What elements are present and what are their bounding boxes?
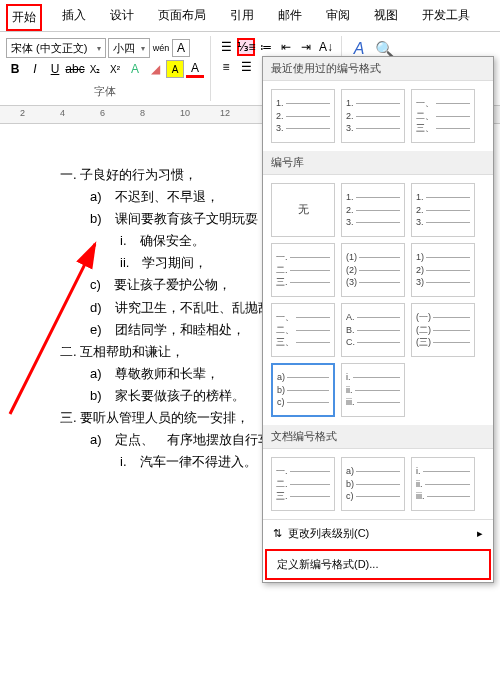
font-color-button[interactable]: A <box>186 60 204 78</box>
tab-review[interactable]: 审阅 <box>322 4 354 31</box>
italic-button[interactable]: I <box>26 60 44 78</box>
tab-dev[interactable]: 开发工具 <box>418 4 474 31</box>
ruler-mark: 10 <box>180 108 190 118</box>
highlight-button[interactable]: A <box>166 60 184 78</box>
ruler-mark: 8 <box>140 108 145 118</box>
numbering-option[interactable]: 无 <box>271 183 335 237</box>
recent-grid: 1.2.3.1.2.3.一、二、三、 <box>263 81 493 151</box>
ruler-mark: 4 <box>60 108 65 118</box>
numbering-option[interactable]: 一、二、三、 <box>411 89 475 143</box>
superscript-button[interactable]: X² <box>106 60 124 78</box>
numbering-option[interactable]: 一.二.三. <box>271 457 335 511</box>
tab-home[interactable]: 开始 <box>6 4 42 31</box>
numbering-option[interactable]: a)b)c) <box>341 457 405 511</box>
font-size-select[interactable]: 小四▾ <box>108 38 150 58</box>
text-effects-button[interactable]: A <box>126 60 144 78</box>
numbering-option[interactable]: 1)2)3) <box>411 243 475 297</box>
doc-formats-grid: 一.二.三.a)b)c)i.ii.iii. <box>263 449 493 519</box>
numbering-option[interactable]: i.ii.iii. <box>411 457 475 511</box>
multilevel-button[interactable]: ≔ <box>257 38 275 56</box>
numbering-option[interactable]: 1.2.3. <box>271 89 335 143</box>
ribbon-tabs: 开始 插入 设计 页面布局 引用 邮件 审阅 视图 开发工具 <box>0 0 500 32</box>
chevron-right-icon: ▸ <box>477 527 483 540</box>
phonetic-guide-button[interactable]: wén <box>152 39 170 57</box>
decrease-indent-button[interactable]: ⇤ <box>277 38 295 56</box>
numbering-option[interactable]: 1.2.3. <box>411 183 475 237</box>
numbering-option[interactable]: (一)(二)(三) <box>411 303 475 357</box>
numbering-option[interactable]: 1.2.3. <box>341 89 405 143</box>
change-level-label: 更改列表级别(C) <box>288 526 369 541</box>
dropdown-section-recent: 最近使用过的编号格式 <box>263 57 493 81</box>
tab-design[interactable]: 设计 <box>106 4 138 31</box>
dropdown-footer: ⇅ 更改列表级别(C) ▸ 定义新编号格式(D)... <box>263 519 493 580</box>
numbering-button[interactable]: ⅓≡ <box>237 38 255 56</box>
bullets-button[interactable]: ☰ <box>217 38 235 56</box>
tab-layout[interactable]: 页面布局 <box>154 4 210 31</box>
strikethrough-button[interactable]: abc <box>66 60 84 78</box>
hierarchy-icon: ⇅ <box>273 527 282 540</box>
align-left-button[interactable]: ≡ <box>217 58 235 76</box>
dropdown-section-library: 编号库 <box>263 151 493 175</box>
char-border-button[interactable]: A <box>172 39 190 57</box>
change-list-level[interactable]: ⇅ 更改列表级别(C) ▸ <box>263 520 493 547</box>
numbering-dropdown: 最近使用过的编号格式 1.2.3.1.2.3.一、二、三、 编号库 无1.2.3… <box>262 56 494 583</box>
tab-insert[interactable]: 插入 <box>58 4 90 31</box>
font-group: 宋体 (中文正文)▾ 小四▾ wén A B I U abc X₂ X² A ◢… <box>4 36 211 101</box>
subscript-button[interactable]: X₂ <box>86 60 104 78</box>
tab-view[interactable]: 视图 <box>370 4 402 31</box>
numbering-option[interactable]: a)b)c) <box>271 363 335 417</box>
library-grid: 无1.2.3.1.2.3.一.二.三.(1)(2)(3)1)2)3)一、二、三、… <box>263 175 493 425</box>
align-center-button[interactable]: ☰ <box>237 58 255 76</box>
font-group-label: 字体 <box>6 84 204 99</box>
tab-references[interactable]: 引用 <box>226 4 258 31</box>
underline-button[interactable]: U <box>46 60 64 78</box>
increase-indent-button[interactable]: ⇥ <box>297 38 315 56</box>
sort-button[interactable]: A↓ <box>317 38 335 56</box>
numbering-option[interactable]: A.B.C. <box>341 303 405 357</box>
numbering-option[interactable]: 一.二.三. <box>271 243 335 297</box>
numbering-option[interactable]: 一、二、三、 <box>271 303 335 357</box>
numbering-option[interactable]: 1.2.3. <box>341 183 405 237</box>
ruler-mark: 6 <box>100 108 105 118</box>
numbering-option[interactable]: i.ii.iii. <box>341 363 405 417</box>
clear-format-button[interactable]: ◢ <box>146 60 164 78</box>
numbering-option[interactable]: (1)(2)(3) <box>341 243 405 297</box>
define-new-label: 定义新编号格式(D)... <box>277 557 378 572</box>
font-name-select[interactable]: 宋体 (中文正文)▾ <box>6 38 106 58</box>
bold-button[interactable]: B <box>6 60 24 78</box>
ruler-mark: 2 <box>20 108 25 118</box>
define-new-number-format[interactable]: 定义新编号格式(D)... <box>265 549 491 580</box>
dropdown-section-doc: 文档编号格式 <box>263 425 493 449</box>
tab-mail[interactable]: 邮件 <box>274 4 306 31</box>
ruler-mark: 12 <box>220 108 230 118</box>
